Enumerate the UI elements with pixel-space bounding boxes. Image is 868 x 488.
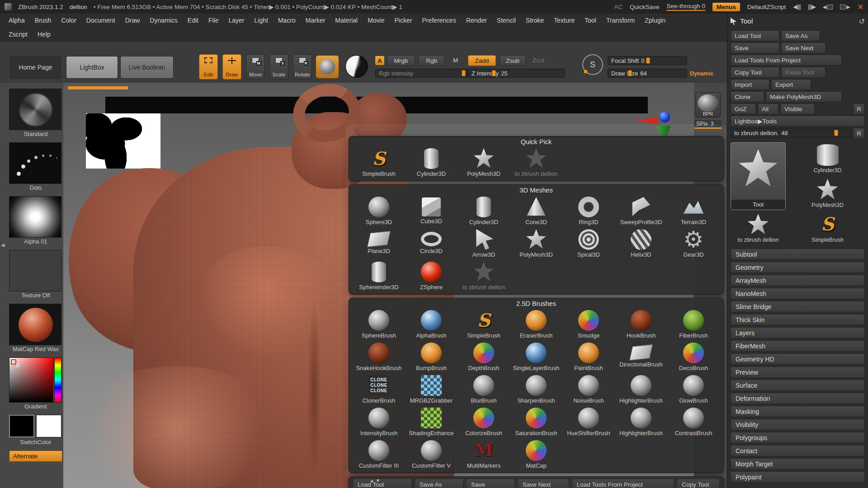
tool-item[interactable]: ZSphere [405, 260, 458, 292]
tray-thumbnail[interactable]: MatCap Red Wax [9, 304, 62, 353]
menu-item[interactable]: Stencil [492, 14, 521, 27]
active-tool-slider[interactable]: to zbrush dellion. 48 [731, 128, 851, 138]
m-mode-label[interactable]: M [453, 57, 458, 64]
tool-item[interactable]: Arrow3D [458, 227, 510, 260]
auto-masking-chip[interactable]: A [375, 56, 384, 65]
dynamic-mode-label[interactable]: Dynamic [690, 70, 713, 77]
tool-item[interactable]: Spiral3D [562, 227, 615, 260]
clone-button[interactable]: Clone [731, 91, 764, 102]
tool-item[interactable]: SnakeHookBrush [353, 341, 405, 373]
tool-item[interactable]: Cube3D [405, 195, 458, 227]
popup-action-button[interactable]: Save [466, 479, 515, 488]
tool-item[interactable]: Cylinder3D [458, 195, 510, 227]
tool-item[interactable]: Cone3D [510, 195, 562, 227]
make-polymesh3d-button[interactable]: Make PolyMesh3D [766, 91, 842, 102]
tool-item[interactable]: NoiseBrush [562, 373, 615, 406]
menu-item[interactable]: Color [56, 14, 81, 27]
redo-history-icon[interactable]: ||||▶ [808, 4, 816, 10]
tool-item[interactable]: DepthBrush [458, 341, 510, 373]
tool-item[interactable]: MRGBZGrabber [405, 373, 458, 406]
tool-item[interactable]: Circle3D [405, 227, 458, 260]
tool-section-header[interactable]: NanoMesh [731, 288, 865, 299]
goz-all-button[interactable]: All [758, 103, 778, 114]
tool-section-header[interactable]: Layers [731, 327, 865, 338]
menu-item[interactable]: Help [33, 28, 56, 41]
goz-button[interactable]: GoZ [731, 103, 756, 114]
tool-item[interactable]: MatCap [510, 438, 562, 471]
mode-button[interactable]: Move [246, 54, 265, 80]
mode-button[interactable]: Rotate [293, 54, 312, 80]
reset-palette-icon[interactable]: ↺ [859, 17, 865, 26]
tool-section-header[interactable]: Polygroups [731, 432, 865, 443]
slider-handle[interactable] [834, 130, 838, 136]
see-through-slider[interactable]: See-through 0 [666, 3, 705, 11]
tool-item[interactable]: DirectionalBrush [615, 341, 667, 373]
menu-item[interactable]: File [203, 14, 224, 27]
tool-item[interactable]: SaturationBrush [510, 406, 562, 438]
tool-item[interactable]: PolyMesh3D [510, 227, 562, 260]
tool-item[interactable]: HueShifterBrush [562, 406, 615, 438]
live-boolean-button[interactable]: Live Boolean [120, 56, 174, 79]
gizmo-x-axis-icon[interactable] [635, 117, 658, 125]
tool-section-header[interactable]: Subtool [731, 249, 865, 260]
rgb-intensity-slider[interactable]: Rgb Intensity [375, 69, 468, 78]
hue-strip[interactable] [54, 357, 61, 403]
undo-history-icon[interactable]: ◀|||| [793, 4, 801, 10]
menu-item[interactable]: Draw [120, 14, 145, 27]
tool-item[interactable]: EraserBrush [510, 308, 562, 341]
menu-item[interactable]: Tool [580, 14, 601, 27]
tool-section-header[interactable]: Slime Bridge [731, 301, 865, 312]
tray-thumbnail[interactable]: Standard [9, 89, 62, 138]
zsub-button[interactable]: Zsub [500, 55, 526, 66]
bpr-render-button[interactable]: BPR [695, 92, 721, 117]
close-icon[interactable]: ✕ [858, 3, 863, 11]
tool-item[interactable]: PolyMesh3D [458, 146, 510, 179]
main-color-swatch[interactable] [9, 415, 34, 437]
tool-item[interactable]: DecoBrush [667, 341, 720, 373]
menu-item[interactable]: Material [330, 14, 363, 27]
mode-button[interactable]: Draw [222, 54, 241, 80]
menu-item[interactable]: Marker [301, 14, 330, 27]
tool-item[interactable]: Plane3D [353, 227, 405, 260]
recent-tool[interactable]: Cylinder3D [790, 142, 865, 175]
popup-action-button[interactable]: Save Next [518, 479, 569, 488]
goz-visible-button[interactable]: Visible [780, 103, 815, 114]
focal-shift-slider[interactable]: Focal Shift 0 [608, 56, 687, 65]
tool-item[interactable]: BumpBrush [405, 341, 458, 373]
menu-item[interactable]: Macro [273, 14, 301, 27]
tray-thumbnail[interactable]: Alpha 01 [9, 196, 62, 246]
tray-thumbnail[interactable]: Dots [9, 142, 62, 192]
rgb-button[interactable]: Rgb [419, 55, 445, 66]
tool-item[interactable]: ColorizeBrush [458, 406, 510, 438]
tool-item[interactable]: GlowBrush [667, 373, 720, 406]
recent-tool[interactable]: SimpleBrush [790, 212, 865, 244]
menus-button[interactable]: Menus [712, 3, 740, 11]
slider-handle[interactable] [646, 57, 650, 64]
current-material-thumbnail[interactable] [345, 55, 368, 78]
tool-section-header[interactable]: ArrayMesh [731, 275, 865, 286]
tool-item[interactable]: ShadingEnhance [405, 406, 458, 438]
tool-section-header[interactable]: Deformation [731, 393, 865, 404]
draw-size-slider[interactable]: Draw Size 64 [608, 69, 687, 78]
tool-item[interactable]: MultiMarkers [458, 438, 510, 471]
tool-section-header[interactable]: Polypaint [731, 471, 865, 483]
popup-action-button[interactable]: Copy Tool [677, 479, 720, 488]
alternate-button[interactable]: Alternate [9, 450, 62, 462]
stroke-type-icon[interactable]: S [582, 54, 603, 75]
tool-item[interactable]: CustomFilter III [353, 438, 405, 471]
mode-button[interactable]: Edit [199, 54, 218, 80]
tool-item[interactable]: Gear3D [667, 227, 720, 260]
tray-thumbnail[interactable]: Texture Off [9, 250, 62, 300]
tool-section-header[interactable]: Thick Skin [731, 314, 865, 325]
color-picker[interactable]: Gradient [9, 357, 62, 411]
menu-item[interactable]: Movie [363, 14, 389, 27]
tool-section-header[interactable]: Contact [731, 445, 865, 456]
gizmo-sphere-icon[interactable] [659, 112, 670, 122]
save-as-button[interactable]: Save As [781, 30, 820, 41]
tool-item[interactable]: SweepProfile3D [615, 195, 667, 227]
tool-item[interactable]: SimpleBrush [458, 308, 510, 341]
slider-handle[interactable] [462, 70, 466, 76]
popup-action-button[interactable]: Save As [415, 479, 463, 488]
tool-item[interactable]: PaintBrush [562, 341, 615, 373]
tool-item[interactable]: SphereBrush [353, 308, 405, 341]
